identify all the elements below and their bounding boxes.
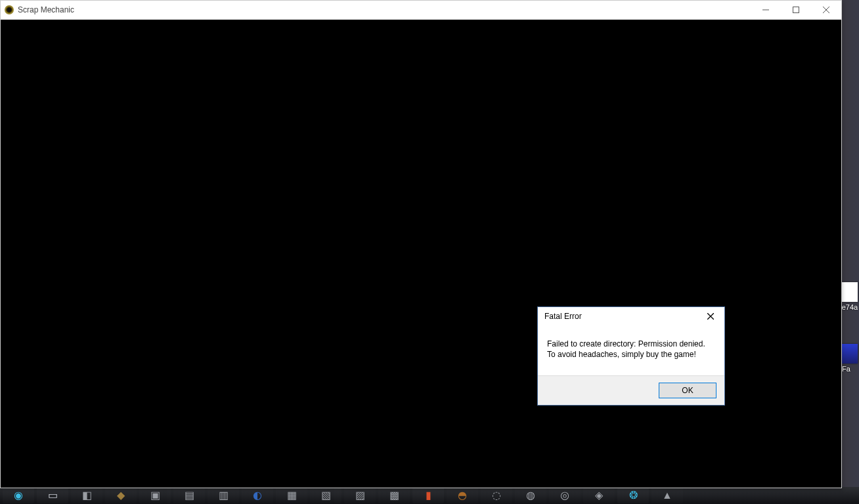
close-icon <box>707 313 714 320</box>
error-dialog: Fatal Error Failed to create directory: … <box>537 306 725 406</box>
app-icon: ▩ <box>389 490 399 501</box>
taskbar-item[interactable]: ◐ <box>242 488 273 503</box>
app-icon: ◧ <box>82 490 92 501</box>
dialog-footer: OK <box>538 375 724 405</box>
close-button[interactable] <box>811 1 841 19</box>
desktop-icons-right: e74a Fa <box>841 282 859 373</box>
app-icon: ▤ <box>185 490 194 501</box>
taskbar-item[interactable]: ▤ <box>173 488 205 503</box>
app-icon: ◆ <box>117 490 125 501</box>
titlebar[interactable]: Scrap Mechanic <box>1 1 841 20</box>
client-area <box>1 20 841 488</box>
taskbar-item[interactable]: ◉ <box>3 488 34 503</box>
app-icon: ▣ <box>150 490 160 501</box>
taskbar-item[interactable]: ▲ <box>651 488 683 503</box>
file-icon <box>842 344 858 364</box>
app-icon: ◈ <box>595 490 603 501</box>
taskbar-item[interactable]: ◧ <box>71 488 102 503</box>
maximize-button[interactable] <box>781 1 811 19</box>
taskbar-item[interactable]: ▩ <box>378 488 410 503</box>
taskbar-item[interactable]: ▨ <box>344 488 376 503</box>
app-icon: ▭ <box>48 490 58 501</box>
taskbar-item[interactable]: ◎ <box>549 488 581 503</box>
app-icon: ◎ <box>560 490 569 501</box>
desktop-icon-label: Fa <box>842 365 858 373</box>
app-icon <box>5 5 14 14</box>
app-icon: ◐ <box>253 490 262 501</box>
taskbar-item[interactable]: ▮ <box>412 488 444 503</box>
dialog-titlebar[interactable]: Fatal Error <box>538 307 724 326</box>
window-buttons <box>751 1 841 19</box>
app-icon: ▨ <box>355 490 365 501</box>
taskbar-item[interactable]: ◈ <box>583 488 615 503</box>
desktop-icon-1[interactable]: e74a <box>842 282 858 311</box>
desktop-background: e74a Fa ◉ ▭ ◧ ◆ ▣ ▤ ▥ ◐ ▦ ▧ ▨ ▩ ▮ ◓ ◌ ◍ … <box>0 0 859 504</box>
app-icon: ▦ <box>287 490 297 501</box>
minimize-button[interactable] <box>751 1 781 19</box>
desktop-icon-2[interactable]: Fa <box>842 344 858 373</box>
taskbar-item[interactable]: ▦ <box>276 488 307 503</box>
ok-button[interactable]: OK <box>659 383 716 398</box>
maximize-icon <box>793 7 799 13</box>
app-window: Scrap Mechanic <box>0 0 842 488</box>
app-icon: ❂ <box>629 490 638 501</box>
dialog-body: Failed to create directory: Permission d… <box>538 326 724 375</box>
app-icon: ▥ <box>219 490 229 501</box>
taskbar-item[interactable]: ◌ <box>481 488 512 503</box>
dialog-message-line: To avoid headaches, simply buy the game! <box>547 349 715 360</box>
taskbar-item[interactable]: ▣ <box>139 488 171 503</box>
app-icon: ▧ <box>321 490 331 501</box>
close-icon <box>823 7 829 13</box>
app-icon: ▮ <box>426 490 431 501</box>
taskbar-item[interactable]: ◓ <box>447 488 478 503</box>
dialog-close-button[interactable] <box>699 309 722 324</box>
desktop-icon-label: e74a <box>842 303 858 311</box>
svg-rect-1 <box>793 7 799 13</box>
taskbar-item[interactable]: ◆ <box>105 488 137 503</box>
taskbar-item[interactable]: ◍ <box>515 488 546 503</box>
taskbar-item[interactable]: ❂ <box>617 488 649 503</box>
taskbar-item[interactable]: ▭ <box>37 488 68 503</box>
app-icon: ▲ <box>662 490 672 501</box>
minimize-icon <box>762 7 769 13</box>
taskbar: ◉ ▭ ◧ ◆ ▣ ▤ ▥ ◐ ▦ ▧ ▨ ▩ ▮ ◓ ◌ ◍ ◎ ◈ ❂ ▲ <box>0 487 859 504</box>
app-icon: ◌ <box>492 490 501 501</box>
swirl-icon: ◉ <box>14 490 23 501</box>
file-icon <box>842 282 858 302</box>
app-icon: ◓ <box>458 490 467 501</box>
window-title: Scrap Mechanic <box>18 5 74 14</box>
dialog-title: Fatal Error <box>544 312 582 321</box>
taskbar-item[interactable]: ▧ <box>310 488 341 503</box>
app-icon: ◍ <box>526 490 535 501</box>
taskbar-item[interactable]: ▥ <box>208 488 239 503</box>
dialog-message-line: Failed to create directory: Permission d… <box>547 339 715 349</box>
